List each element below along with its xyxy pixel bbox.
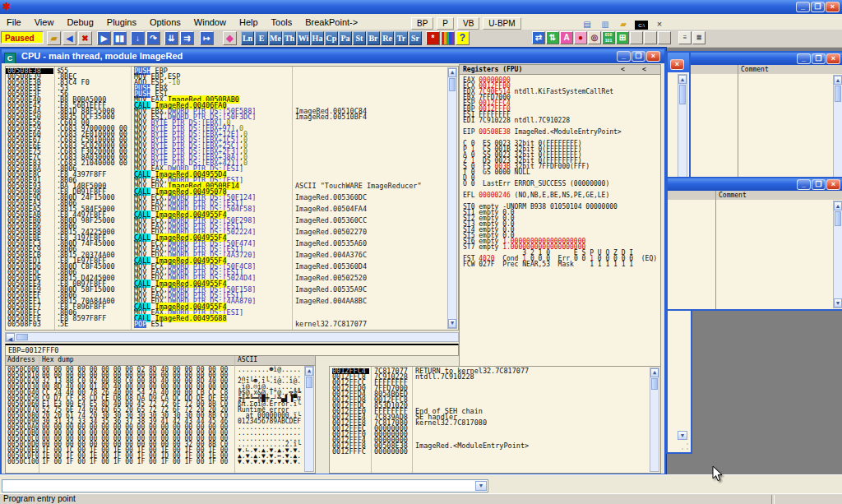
step-over-icon[interactable]: ↷ (146, 31, 160, 45)
list-small-icon[interactable]: ≡ (678, 31, 692, 44)
toolbar-letter-button-e[interactable]: E (255, 31, 268, 45)
scroll-left-icon[interactable]: ◀ (6, 333, 15, 341)
disasm-hscrollbar[interactable]: ◀ (5, 332, 459, 342)
step-into-icon[interactable]: ↓ (131, 31, 145, 45)
toolbar-letter-button-cp[interactable]: Cp (325, 31, 338, 45)
note-icon[interactable]: ▤ (581, 19, 594, 30)
appearance-colors-icon[interactable] (441, 31, 455, 45)
scroll-up-icon[interactable]: ▲ (448, 68, 456, 77)
side-window-top-titlebar[interactable]: _ ❐ × (691, 53, 842, 65)
scroll-up-icon[interactable]: ▲ (834, 76, 842, 85)
trace-icon[interactable]: ◆ (223, 31, 237, 45)
open-file-icon[interactable]: ▰ (47, 31, 61, 45)
script-icon[interactable]: ▥ (599, 19, 612, 30)
toolbar-letter-button-re[interactable]: Re (381, 31, 394, 45)
minimize-button[interactable]: _ (796, 2, 810, 12)
resize-grip[interactable] (680, 442, 690, 451)
side-top-vscrollbar[interactable]: ▲ ▼ (833, 75, 842, 187)
cpu-maximize-button[interactable]: ❐ (632, 51, 645, 62)
list-marks-icon[interactable]: ≣ (692, 31, 706, 44)
cpu-titlebar[interactable]: C CPU - main thread, module ImageRed _ ❐… (2, 49, 664, 63)
disasm-row[interactable]: 00508E3B.83C4 F0ADD ESP,-10 (6, 80, 446, 86)
register-line[interactable]: O 0 LastErr ERROR_SUCCESS (00000000) (463, 181, 659, 187)
side-bottom-minimize-button[interactable]: _ (797, 179, 811, 190)
menu-item-view[interactable]: View (28, 16, 61, 27)
register-line[interactable]: T 0 GS 0000 NULL (463, 169, 659, 175)
close-program-icon[interactable]: ✖ (78, 31, 92, 45)
empty-button[interactable] (630, 31, 643, 44)
execute-till-return-icon[interactable]: ↦ (200, 31, 214, 45)
menu-button-vb[interactable]: VB (457, 17, 479, 30)
menu-button-ubpm[interactable]: U-BPM (483, 17, 520, 30)
toolbar-letter-button-th[interactable]: Th (283, 31, 296, 45)
register-line[interactable]: EDI 7C910228 ntdll.7C910228 (463, 118, 659, 123)
disasm-vscrollbar[interactable]: ▲ ▼ (447, 67, 457, 329)
pause-icon[interactable]: ▮▮ (113, 31, 127, 45)
scroll-up-icon[interactable]: ▲ (834, 201, 842, 210)
options-gear-icon[interactable]: * (426, 31, 440, 45)
toolbar-letter-button-ln[interactable]: Ln (241, 31, 254, 45)
menu-item-options[interactable]: Options (143, 16, 187, 27)
dump-scroll-thumb[interactable] (306, 377, 312, 388)
combobox-dropdown-icon[interactable]: ▼ (475, 481, 487, 491)
side-top-maximize-button[interactable]: ❐ (812, 53, 826, 64)
registers-prev-view-button[interactable]: < (621, 66, 625, 73)
toolbar-letter-button-sr[interactable]: Sr (409, 31, 422, 45)
side-top-minimize-button[interactable]: _ (797, 53, 811, 64)
swap-arrows-icon[interactable]: ⇄ (532, 31, 545, 44)
scroll-up-icon[interactable]: ▲ (305, 367, 313, 376)
menu-item-plugins[interactable]: Plugins (100, 16, 143, 27)
menu-button-bp[interactable]: BP (411, 17, 433, 30)
cpu-minimize-button[interactable]: _ (617, 51, 631, 62)
stack-scroll-thumb[interactable] (651, 378, 658, 390)
strip-scroll-thumb[interactable] (679, 85, 686, 104)
toolbar-letter-button-ha[interactable]: Ha (311, 31, 324, 45)
register-line[interactable]: EFL 00000246 (NO,NB,E,BE,NS,PE,GE,LE) (463, 192, 659, 198)
cpu-close-button[interactable]: × (646, 51, 660, 62)
toolbar-letter-button-st[interactable]: St (353, 31, 366, 45)
command-combobox[interactable]: ▼ (2, 479, 488, 492)
run-icon[interactable]: ▶ (97, 31, 111, 45)
side-bottom-maximize-button[interactable]: ❐ (812, 179, 826, 190)
record-icon[interactable]: ● (574, 31, 587, 44)
menu-item-window[interactable]: Window (187, 16, 233, 27)
window-grid-icon[interactable]: ⊞ (616, 31, 629, 44)
folder-icon[interactable]: ▰ (617, 19, 630, 30)
stack-row[interactable]: 0012FFFC00000000 (330, 449, 649, 455)
binary-icon[interactable]: 010101 (602, 31, 615, 44)
letter-a-icon[interactable]: A (560, 31, 573, 44)
close-button[interactable]: × (826, 2, 840, 12)
sort-updown-icon[interactable]: ⇅ (546, 31, 559, 44)
menu-item-help[interactable]: Help (233, 16, 265, 27)
scroll-down-icon[interactable]: ▼ (448, 319, 456, 328)
dump-row[interactable]: 0050C1001F 00 1F 00 1F 00 1F 00 1F 00 1F… (6, 459, 303, 465)
toolbar-letter-button-br[interactable]: Br (367, 31, 380, 45)
disasm-row[interactable]: 00508EFE.E8 8597F8FFCALL ImageRed.004956… (6, 316, 446, 321)
close-toolbar-icon[interactable]: × (653, 18, 666, 30)
disasm-scroll-thumb[interactable] (449, 78, 456, 91)
empty-button[interactable] (644, 31, 657, 44)
disasm-row[interactable]: 00508E3E.53PUSH EBX (6, 86, 446, 91)
side-window-bottom-titlebar[interactable]: _ ❐ × (668, 178, 842, 191)
strip-close-button[interactable]: × (670, 59, 684, 70)
menu-item-file[interactable]: File (0, 16, 28, 27)
scroll-down-icon[interactable]: ▼ (678, 431, 687, 440)
animate-into-icon[interactable]: ⇊ (164, 31, 178, 45)
side-bottom-close-button[interactable]: × (826, 179, 840, 190)
toolbar-letter-button-tr[interactable]: Tr (395, 31, 408, 45)
scroll-down-icon[interactable]: ▼ (834, 298, 842, 307)
toolbar-letter-button-pa[interactable]: Pa (339, 31, 352, 45)
menu-button-p[interactable]: P (437, 17, 454, 30)
maximize-button[interactable]: ❐ (811, 2, 825, 12)
side-bottom-scroll-thumb[interactable] (835, 211, 841, 226)
empty-button[interactable] (658, 31, 671, 44)
registers-next-view-button[interactable]: < (642, 66, 646, 73)
disasm-row[interactable]: 00508F03.5EPOP ESIkernel32.7C817077 (6, 321, 446, 327)
spiral-icon[interactable]: ◎ (588, 31, 601, 44)
scroll-up-icon[interactable]: ▲ (678, 75, 687, 84)
dump-vscrollbar[interactable]: ▲ (304, 366, 314, 472)
restart-icon[interactable]: ◀ (62, 31, 76, 45)
menu-item-breakpoint[interactable]: BreakPoint-> (298, 16, 364, 27)
side-top-scroll-thumb[interactable] (835, 86, 841, 102)
register-line[interactable]: FCW 027F Prec NEAR,53 Mask 1 1 1 1 1 1 (463, 261, 659, 267)
